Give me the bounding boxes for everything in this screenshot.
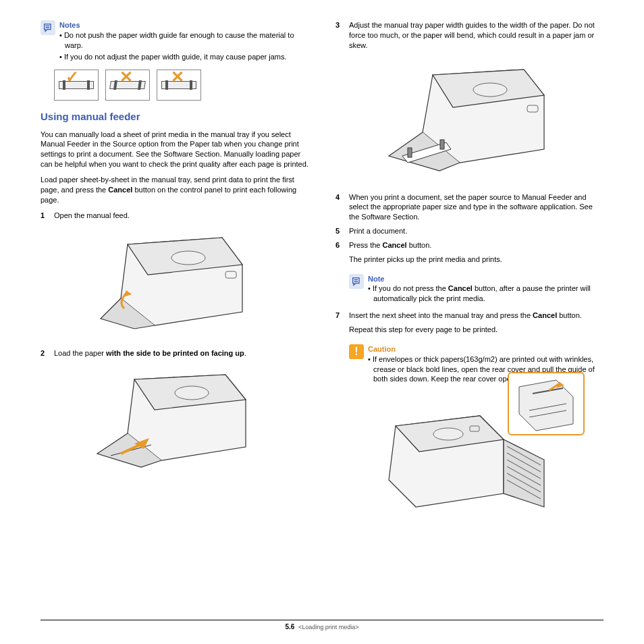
- note-item: Do not push the paper width guide far en…: [59, 30, 308, 51]
- step-number: 6: [336, 240, 349, 270]
- svg-point-15: [433, 428, 463, 440]
- page-footer: 5.6 <Loading print media>: [41, 620, 603, 630]
- step-aftertext: Repeat this step for every page to be pr…: [349, 325, 603, 335]
- notes-list: Do not push the paper width guide far en…: [59, 30, 308, 62]
- step-text: Print a document.: [349, 226, 603, 236]
- intro-paragraph-2: Load paper sheet-by-sheet in the manual …: [41, 175, 308, 205]
- step-number: 7: [336, 311, 349, 340]
- note-item: If you do not press the Cancel button, a…: [368, 284, 603, 304]
- step-text: Press the Cancel button. The printer pic…: [349, 240, 603, 270]
- notes-heading: Notes: [59, 20, 308, 30]
- step-text: Load the paper with the side to be print…: [54, 348, 308, 358]
- figure-open-manual-feed: [87, 224, 263, 339]
- figure-load-paper: [87, 363, 263, 477]
- callout-detail: [508, 372, 585, 435]
- svg-rect-6: [440, 140, 444, 149]
- step-number: 4: [336, 192, 349, 223]
- step-4: 4 When you print a document, set the pap…: [336, 192, 603, 223]
- step-1: 1 Open the manual feed.: [41, 211, 308, 221]
- step-number: 1: [41, 211, 54, 221]
- manual-page: Notes Do not push the paper width guide …: [0, 0, 644, 644]
- step-6: 6 Press the Cancel button. The printer p…: [336, 240, 603, 270]
- step-text: Adjust the manual tray paper width guide…: [349, 20, 603, 51]
- notes-content: Notes Do not push the paper width guide …: [59, 20, 308, 63]
- section-heading: Using manual feeder: [41, 110, 308, 124]
- caution-heading: Caution: [368, 344, 603, 354]
- step-number: 2: [41, 348, 54, 358]
- note-content: Note If you do not press the Cancel butt…: [368, 274, 603, 306]
- note-heading: Note: [368, 274, 603, 284]
- step-7: 7 Insert the next sheet into the manual …: [336, 311, 603, 340]
- page-number: .6: [289, 623, 294, 630]
- svg-point-4: [175, 386, 209, 400]
- left-column: Notes Do not push the paper width guide …: [41, 20, 308, 614]
- svg-rect-5: [408, 148, 412, 157]
- step-text: When you print a document, set the paper…: [349, 192, 603, 223]
- breadcrumb: <Loading print media>: [298, 624, 359, 630]
- step-text: Open the manual feed.: [54, 211, 308, 221]
- step-number: 5: [336, 226, 349, 236]
- figure-wrong-2: ✕: [157, 70, 201, 101]
- step-number: 3: [336, 20, 349, 51]
- figure-wrong-1: ✕: [105, 70, 150, 101]
- note-icon: [349, 274, 364, 289]
- note-icon: [41, 20, 55, 35]
- intro-paragraph-1: You can manually load a sheet of print m…: [41, 130, 308, 169]
- step-3: 3 Adjust the manual tray paper width gui…: [336, 20, 603, 51]
- right-column: 3 Adjust the manual tray paper width gui…: [336, 20, 603, 614]
- width-guide-figures: ✓ ✕ ✕: [54, 70, 308, 101]
- svg-point-1: [171, 251, 205, 265]
- figure-correct: ✓: [54, 70, 99, 101]
- two-column-layout: Notes Do not push the paper width guide …: [41, 20, 603, 614]
- printer-illustration: [87, 363, 263, 477]
- printer-illustration: [382, 55, 558, 183]
- printer-illustration: [87, 224, 263, 339]
- figure-adjust-guides: [382, 55, 558, 183]
- note-callout: Note If you do not press the Cancel butt…: [349, 274, 603, 306]
- notes-callout: Notes Do not push the paper width guide …: [41, 20, 308, 63]
- caution-icon: !: [349, 344, 364, 359]
- figure-rear-cover: [369, 392, 571, 527]
- step-text: Insert the next sheet into the manual tr…: [349, 311, 603, 340]
- step-5: 5 Print a document.: [336, 226, 603, 236]
- step-2: 2 Load the paper with the side to be pri…: [41, 348, 308, 358]
- note-list: If you do not press the Cancel button, a…: [368, 284, 603, 304]
- svg-point-7: [473, 83, 507, 97]
- step-aftertext: The printer picks up the print media and…: [349, 254, 603, 265]
- note-item: If you do not adjust the paper width gui…: [59, 52, 308, 62]
